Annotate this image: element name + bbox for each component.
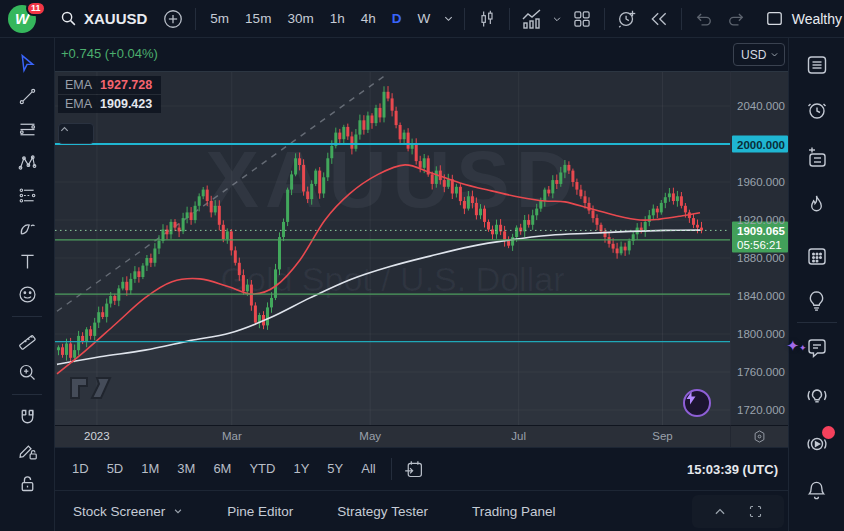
sidebar-divider <box>797 322 837 323</box>
ema-value: 1927.728 <box>100 78 152 92</box>
maximize-panel-icon[interactable] <box>748 504 763 519</box>
timeframe-button-15m[interactable]: 15m <box>237 0 279 38</box>
axis-settings-button[interactable] <box>730 425 788 447</box>
chat-icon[interactable]: ✦✦ <box>797 328 837 368</box>
timeframe-button-1h[interactable]: 1h <box>322 0 353 38</box>
notifications-bell-icon[interactable] <box>797 470 837 510</box>
legend-strip: +0.745 (+0.04%) <box>55 38 730 71</box>
live-ideas-icon[interactable] <box>797 376 837 416</box>
drawing-lock-tool[interactable] <box>8 435 46 465</box>
price-scale-ticks[interactable]: 2000.000 1909.065 05:56:21 2040.0001960.… <box>730 71 788 425</box>
create-alert-icon[interactable] <box>611 0 643 38</box>
range-button-5d[interactable]: 5D <box>98 448 133 490</box>
lock-all-tool[interactable] <box>8 468 46 498</box>
ema-label: EMA <box>65 97 92 111</box>
drawing-toolbar <box>0 38 55 531</box>
toolbar-divider <box>12 316 42 317</box>
undo-icon[interactable] <box>688 0 720 38</box>
server-clock[interactable]: 15:03:39 (UTC) <box>687 448 778 491</box>
price-tick-label: 1880.000 <box>731 252 789 264</box>
boost-button[interactable] <box>683 389 711 417</box>
timeframe-button-d[interactable]: D <box>384 0 410 38</box>
timeframe-button-5m[interactable]: 5m <box>202 0 237 38</box>
symbol-search-button[interactable]: XAUUSD <box>46 0 157 38</box>
top-toolbar: W 11 XAUUSD 5m15m30m1h4hDW <box>0 0 844 38</box>
range-button-6m[interactable]: 6M <box>204 448 240 490</box>
price-tick-label: 1920.000 <box>731 214 789 226</box>
timeframe-button-4h[interactable]: 4h <box>353 0 384 38</box>
chevron-down-icon <box>770 50 779 59</box>
watchlist-icon[interactable] <box>797 45 837 85</box>
ema-legend-row[interactable]: EMA 1927.728 <box>58 76 161 94</box>
bar-replay-icon[interactable] <box>643 0 675 38</box>
redo-icon[interactable] <box>720 0 752 38</box>
range-button-5y[interactable]: 5Y <box>318 448 352 490</box>
object-tree-icon[interactable] <box>797 138 837 178</box>
chart-plot[interactable]: XAUUSD Gold Spot / U.S. Dollar EMA 1927.… <box>55 71 730 425</box>
calendar-icon[interactable] <box>797 236 837 276</box>
range-button-1m[interactable]: 1M <box>132 448 168 490</box>
fib-retracement-tool[interactable] <box>8 114 46 144</box>
range-button-all[interactable]: All <box>352 448 384 490</box>
price-tick-label: 1720.000 <box>731 404 789 416</box>
hotlists-flame-icon[interactable] <box>797 184 837 224</box>
cursor-tool[interactable] <box>8 48 46 78</box>
price-tick-label: 1840.000 <box>731 290 789 302</box>
projection-tool[interactable] <box>8 180 46 210</box>
timeframe-button-w[interactable]: W <box>409 0 438 38</box>
ideas-lightbulb-icon[interactable] <box>797 280 837 320</box>
price-scale[interactable]: USD 2000.000 1909.065 05:56:21 2040.0001… <box>730 38 788 447</box>
range-button-1y[interactable]: 1Y <box>284 448 318 490</box>
collapse-legend-button[interactable] <box>58 123 94 144</box>
alert-level-label[interactable]: 2000.000 <box>732 136 788 153</box>
layout-account-button[interactable]: Wealthy <box>765 9 844 28</box>
trendline-tool[interactable] <box>8 81 46 111</box>
time-axis-label: 2023 <box>84 430 110 442</box>
status-bar: Stock ScreenerPine EditorStrategy Tester… <box>55 490 788 531</box>
candlestick-style-icon[interactable] <box>471 0 503 38</box>
xabcd-pattern-tool[interactable] <box>8 147 46 177</box>
text-tool[interactable] <box>8 246 46 276</box>
ai-sparkles-icon[interactable]: ✦✦ <box>787 340 807 354</box>
range-button-1d[interactable]: 1D <box>63 448 98 490</box>
search-icon <box>60 10 77 27</box>
ema-legend-row[interactable]: EMA 1909.423 <box>58 95 161 113</box>
indicators-chevron-icon[interactable] <box>548 0 566 38</box>
emoji-tool[interactable] <box>8 279 46 309</box>
candlestick-chart <box>55 72 730 425</box>
notification-badge: 11 <box>26 1 46 16</box>
brush-tool[interactable] <box>8 213 46 243</box>
collapse-panel-icon[interactable] <box>713 505 727 519</box>
range-button-ytd[interactable]: YTD <box>240 448 284 490</box>
time-axis[interactable]: 2023MarMayJulSep <box>55 425 730 447</box>
go-to-date-icon[interactable] <box>398 450 430 488</box>
panel-tab-strategy-tester[interactable]: Strategy Tester <box>337 504 428 519</box>
time-axis-label: May <box>359 430 381 442</box>
price-scale-header: USD <box>730 38 788 71</box>
panel-tabs: Stock ScreenerPine EditorStrategy Tester… <box>73 504 599 519</box>
time-axis-label: Mar <box>222 430 242 442</box>
last-price-label[interactable]: 1909.065 05:56:21 <box>732 222 788 253</box>
indicator-legend: EMA 1927.728 EMA 1909.423 <box>58 76 161 114</box>
panel-tab-pine-editor[interactable]: Pine Editor <box>227 504 293 519</box>
toolbar-divider <box>195 8 196 30</box>
streams-icon[interactable] <box>797 424 837 464</box>
currency-select[interactable]: USD <box>733 43 785 66</box>
panel-tab-stock-screener[interactable]: Stock Screener <box>73 504 183 519</box>
zoom-in-tool[interactable] <box>8 357 46 387</box>
add-symbol-icon[interactable] <box>157 0 189 38</box>
indicators-icon[interactable] <box>516 0 548 38</box>
magnet-tool[interactable] <box>8 402 46 432</box>
user-menu-button[interactable]: W 11 <box>0 0 46 38</box>
live-indicator-dot <box>822 426 835 439</box>
layout-grid-icon[interactable] <box>566 0 598 38</box>
panel-tab-trading-panel[interactable]: Trading Panel <box>472 504 556 519</box>
range-button-3m[interactable]: 3M <box>168 448 204 490</box>
ruler-tool[interactable] <box>8 324 46 354</box>
timeframe-chevron-icon[interactable] <box>438 0 458 38</box>
toolbar-divider <box>604 8 605 30</box>
account-name: Wealthy <box>792 11 842 27</box>
price-tick-label: 2040.000 <box>731 100 789 112</box>
alerts-clock-icon[interactable] <box>797 90 837 130</box>
timeframe-button-30m[interactable]: 30m <box>279 0 321 38</box>
